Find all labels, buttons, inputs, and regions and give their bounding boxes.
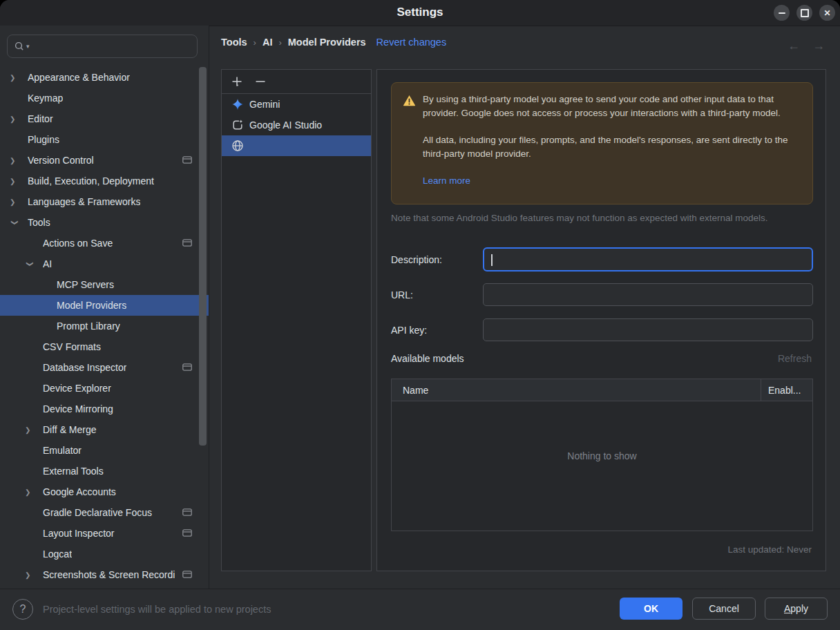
sidebar-item-diff-merge[interactable]: ❯Diff & Merge (0, 419, 209, 440)
maximize-button[interactable] (796, 5, 812, 21)
ok-button[interactable]: OK (620, 598, 682, 620)
column-header-enabled[interactable]: Enabl... (761, 385, 801, 396)
sidebar-item-label: Tools (28, 217, 50, 228)
close-icon: ✕ (823, 9, 830, 17)
sidebar-item-logcat[interactable]: Logcat (0, 544, 209, 564)
text-caret (491, 254, 493, 266)
provider-label: Gemini (249, 99, 280, 110)
models-table: Name Enabl... Nothing to show (391, 379, 813, 531)
sidebar-item-build-execution-deployment[interactable]: ❯Build, Execution, Deployment (0, 171, 209, 191)
sidebar-item-ai[interactable]: ❯AI (0, 254, 209, 274)
gemini-icon (231, 98, 244, 111)
minimize-button[interactable] (774, 5, 790, 21)
sidebar-item-gradle-declarative-focus[interactable]: Gradle Declarative Focus (0, 502, 209, 523)
sidebar-item-label: Prompt Library (57, 321, 120, 332)
sidebar-item-model-providers[interactable]: Model Providers (0, 295, 209, 316)
sidebar-scrollbar[interactable] (199, 67, 207, 446)
cancel-button[interactable]: Cancel (692, 598, 756, 620)
frame-badge-icon (182, 239, 192, 247)
models-table-header: Name Enabl... (392, 379, 812, 401)
sidebar-item-mcp-servers[interactable]: MCP Servers (0, 274, 209, 295)
chevron-right-icon[interactable]: ❯ (25, 571, 43, 579)
column-header-name[interactable]: Name (392, 379, 761, 401)
sidebar-item-label: Device Explorer (43, 383, 111, 394)
sidebar-item-languages-frameworks[interactable]: ❯Languages & Frameworks (0, 191, 209, 212)
url-field[interactable] (483, 283, 813, 306)
search-input[interactable]: ▾ (7, 35, 198, 58)
sidebar-item-google-accounts[interactable]: ❯Google Accounts (0, 481, 209, 502)
sidebar-item-csv-formats[interactable]: CSV Formats (0, 336, 209, 357)
help-button[interactable]: ? (12, 599, 33, 620)
frame-badge-icon (182, 156, 192, 164)
sidebar-item-appearance-behavior[interactable]: ❯Appearance & Behavior (0, 67, 209, 88)
add-provider-button[interactable] (231, 75, 243, 88)
description-field[interactable] (483, 247, 813, 271)
provider-label: Google AI Studio (249, 120, 322, 131)
provider-item-gemini[interactable]: Gemini (222, 94, 371, 115)
sidebar-item-label: Device Mirroring (43, 403, 113, 414)
breadcrumb-item-tools[interactable]: Tools (221, 37, 247, 48)
learn-more-link[interactable]: Learn more (423, 175, 470, 186)
chevron-right-icon[interactable]: ❯ (25, 426, 43, 434)
settings-tree: ❯Appearance & BehaviorKeymap❯EditorPlugi… (0, 67, 209, 585)
title-bar: Settings ✕ (0, 0, 840, 26)
breadcrumb: Tools›AI›Model ProvidersRevert changes (221, 37, 446, 48)
breadcrumb-item-model-providers[interactable]: Model Providers (288, 37, 366, 48)
sidebar-item-keymap[interactable]: Keymap (0, 88, 209, 108)
sidebar-item-label: Database Inspector (43, 362, 126, 373)
provider-item-google-ai-studio[interactable]: Google AI Studio (222, 115, 371, 135)
question-icon: ? (20, 603, 26, 615)
sidebar-item-screenshots-screen-recordi[interactable]: ❯Screenshots & Screen Recordi (0, 564, 209, 585)
third-party-warning-banner: By using a third-party model you agree t… (391, 82, 813, 204)
chevron-right-icon[interactable]: ❯ (10, 178, 28, 185)
sidebar-item-version-control[interactable]: ❯Version Control (0, 150, 209, 171)
sidebar-item-plugins[interactable]: Plugins (0, 129, 209, 150)
chevron-right-icon[interactable]: ❯ (10, 198, 28, 206)
sidebar-item-label: Version Control (28, 155, 94, 166)
history-nav: ← → (788, 39, 825, 53)
sidebar-item-label: Plugins (28, 134, 59, 145)
frame-badge-icon (182, 363, 192, 371)
chevron-right-icon[interactable]: ❯ (25, 488, 43, 496)
sidebar-item-label: Editor (28, 113, 53, 124)
sidebar-item-editor[interactable]: ❯Editor (0, 108, 209, 129)
breadcrumb-item-ai[interactable]: AI (262, 37, 273, 48)
breadcrumb-separator: › (278, 37, 281, 48)
remove-provider-button[interactable] (254, 75, 267, 88)
frame-badge-icon (182, 508, 192, 516)
api-key-field[interactable] (483, 318, 813, 341)
sidebar-item-layout-inspector[interactable]: Layout Inspector (0, 523, 209, 544)
provider-item-custom[interactable] (222, 135, 371, 156)
search-icon (14, 41, 25, 52)
sidebar-item-prompt-library[interactable]: Prompt Library (0, 316, 209, 336)
sidebar-item-external-tools[interactable]: External Tools (0, 461, 209, 481)
api-key-label: API key: (391, 325, 427, 336)
sidebar-item-device-explorer[interactable]: Device Explorer (0, 378, 209, 399)
sidebar-item-emulator[interactable]: Emulator (0, 440, 209, 461)
description-label: Description: (391, 254, 442, 265)
sidebar-item-device-mirroring[interactable]: Device Mirroring (0, 399, 209, 419)
settings-sidebar: ▾ ❯Appearance & BehaviorKeymap❯EditorPlu… (0, 26, 209, 589)
refresh-button[interactable]: Refresh (778, 353, 812, 364)
warning-text: By using a third-party model you agree t… (423, 93, 800, 188)
sidebar-item-actions-on-save[interactable]: Actions on Save (0, 233, 209, 254)
ai-studio-icon (231, 119, 244, 131)
close-button[interactable]: ✕ (819, 5, 835, 21)
last-updated-label: Last updated: Never (727, 544, 812, 555)
sidebar-item-database-inspector[interactable]: Database Inspector (0, 357, 209, 378)
revert-changes-link[interactable]: Revert changes (376, 37, 447, 48)
chevron-right-icon[interactable]: ❯ (10, 115, 28, 123)
chevron-right-icon[interactable]: ❯ (10, 74, 28, 82)
apply-button[interactable]: Apply (765, 598, 828, 620)
sidebar-item-label: Build, Execution, Deployment (28, 175, 154, 187)
sidebar-item-tools[interactable]: ❯Tools (0, 212, 209, 233)
sidebar-item-label: Emulator (43, 445, 82, 456)
chevron-right-icon[interactable]: ❯ (10, 157, 28, 164)
sidebar-item-label: Screenshots & Screen Recordi (43, 569, 175, 580)
sidebar-item-label: Logcat (43, 548, 72, 560)
back-icon[interactable]: ← (788, 39, 800, 53)
dialog-footer: ? Project-level settings will be applied… (0, 589, 840, 630)
search-history-chevron-icon[interactable]: ▾ (26, 43, 30, 50)
provider-detail-panel: By using a third-party model you agree t… (376, 69, 826, 571)
forward-icon[interactable]: → (812, 39, 825, 53)
